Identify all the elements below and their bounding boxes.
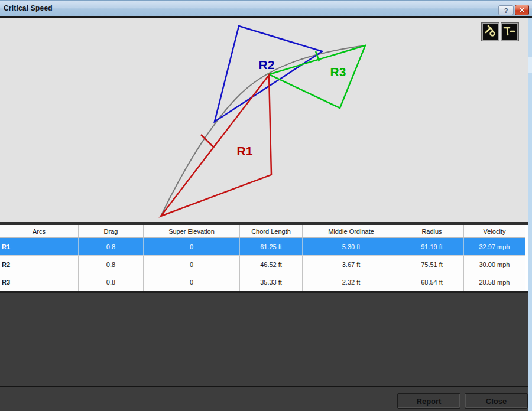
pushpin-circle-icon (483, 24, 497, 38)
pushpin-circle-tool-button[interactable] (482, 23, 499, 41)
header-arcs: Arcs (0, 225, 79, 237)
cell-middle-ordinate: 3.67 ft (303, 256, 400, 273)
cell-velocity: 32.97 mph (464, 238, 525, 255)
cell-middle-ordinate: 2.32 ft (303, 273, 400, 291)
header-chord-length: Chord Length (240, 225, 303, 237)
r2-label: R2 (259, 58, 275, 71)
cell-drag: 0.8 (79, 256, 144, 273)
titlebar[interactable]: Critical Speed ? ✕ (0, 0, 532, 16)
cell-chord-length: 61.25 ft (240, 238, 303, 255)
close-button[interactable]: Close (465, 393, 528, 409)
cell-chord-length: 35.33 ft (240, 273, 303, 291)
header-drag: Drag (79, 225, 144, 237)
cell-radius: 91.19 ft (400, 238, 464, 255)
close-button-label: Close (486, 397, 507, 406)
close-icon: ✕ (519, 6, 524, 14)
table-row-r3[interactable]: R3 0.8 0 35.33 ft 2.32 ft 68.54 ft 28.58… (0, 273, 525, 291)
report-button-label: Report (417, 397, 442, 406)
cell-drag: 0.8 (79, 273, 144, 291)
header-middle-ordinate: Middle Ordinate (303, 225, 400, 237)
arc-diagram: R2 R3 R1 (0, 18, 532, 222)
scrollbar-thumb[interactable] (528, 57, 532, 73)
header-radius: Radius (400, 225, 464, 237)
table-header-row: Arcs Drag Super Elevation Chord Length M… (0, 225, 525, 238)
table-row-r1[interactable]: R1 0.8 0 61.25 ft 5.30 ft 91.19 ft 32.97… (0, 238, 525, 256)
cell-arc-name: R1 (0, 238, 79, 255)
cell-radius: 68.54 ft (400, 273, 464, 291)
arcs-table: Arcs Drag Super Elevation Chord Length M… (0, 222, 528, 293)
header-super-elevation: Super Elevation (144, 225, 240, 237)
vertical-scrollbar[interactable] (528, 18, 532, 411)
table-row-r2[interactable]: R2 0.8 0 46.52 ft 3.67 ft 75.51 ft 30.00… (0, 256, 525, 273)
window-title: Critical Speed (4, 4, 53, 12)
cell-super-elevation: 0 (144, 238, 240, 255)
report-button[interactable]: Report (397, 393, 460, 409)
cell-velocity: 28.58 mph (464, 273, 525, 291)
critical-speed-dialog: Critical Speed ? ✕ R2 R3 R1 (0, 0, 532, 411)
titlebar-close-button[interactable]: ✕ (515, 5, 529, 15)
r1-label: R1 (237, 144, 253, 158)
cell-chord-length: 46.52 ft (240, 256, 303, 273)
cell-radius: 75.51 ft (400, 256, 464, 273)
help-button[interactable]: ? (498, 5, 514, 15)
cell-super-elevation: 0 (144, 273, 240, 291)
pushpin-minus-icon (502, 24, 516, 38)
cell-arc-name: R2 (0, 256, 79, 273)
pushpin-minus-tool-button[interactable] (501, 23, 518, 41)
cell-velocity: 30.00 mph (464, 256, 525, 273)
cell-middle-ordinate: 5.30 ft (303, 238, 400, 255)
question-icon: ? (504, 7, 508, 14)
footer-bar: Report Close (0, 387, 528, 411)
cell-arc-name: R3 (0, 273, 79, 291)
header-velocity: Velocity (464, 225, 525, 237)
drawing-canvas[interactable]: R2 R3 R1 (0, 18, 532, 222)
cell-drag: 0.8 (79, 238, 144, 255)
cell-super-elevation: 0 (144, 256, 240, 273)
r3-label: R3 (330, 65, 346, 79)
